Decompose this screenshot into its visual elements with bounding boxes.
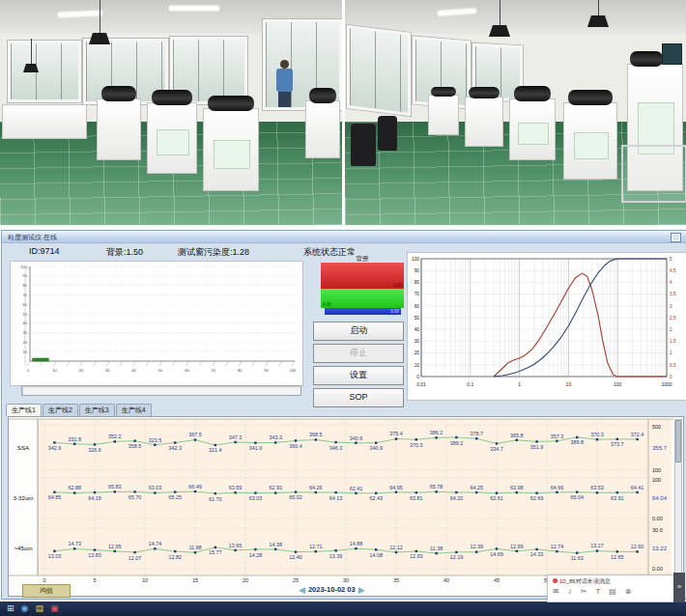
- folder-icon[interactable]: ▤: [609, 586, 616, 598]
- svg-text:40: 40: [443, 577, 449, 583]
- svg-text:12.65: 12.65: [611, 554, 624, 560]
- svg-text:80: 80: [414, 280, 420, 285]
- svg-text:340.9: 340.9: [369, 445, 383, 451]
- svg-text:386.2: 386.2: [430, 430, 443, 435]
- window-titlebar[interactable]: 粒度测试仪 在线 ▢: [2, 231, 686, 243]
- lamp-wire: [500, 0, 500, 25]
- svg-text:360.4: 360.4: [289, 443, 302, 449]
- svg-text:3: 3: [670, 304, 672, 309]
- production-tabs: 生产线1生产线2生产线3生产线4: [6, 404, 152, 416]
- machine-label: [518, 123, 548, 145]
- start-button[interactable]: 启动: [313, 322, 404, 341]
- stop-button: 停止: [313, 344, 404, 363]
- folder-app-icon[interactable]: ▤: [35, 602, 43, 616]
- roller-drum: [469, 87, 500, 98]
- svg-text:12.82: 12.82: [168, 554, 182, 560]
- svg-text:63.03: 63.03: [249, 495, 263, 501]
- mic-icon[interactable]: ♪: [568, 586, 572, 598]
- svg-text:64.66: 64.66: [551, 485, 564, 490]
- svg-text:50: 50: [414, 316, 420, 321]
- start-icon[interactable]: ⊞: [7, 602, 14, 616]
- svg-text:368.5: 368.5: [309, 432, 323, 437]
- svg-text:70: 70: [212, 368, 216, 373]
- measure-progress-bar: [21, 385, 301, 396]
- svg-text:12.99: 12.99: [510, 544, 524, 549]
- svg-text:64.19: 64.19: [88, 495, 101, 501]
- svg-text:331.8: 331.8: [68, 436, 81, 442]
- svg-text:64.95: 64.95: [389, 485, 403, 490]
- svg-text:65.04: 65.04: [570, 494, 584, 500]
- status-pollution: 测试窗污染度:1.28: [178, 246, 249, 259]
- svg-text:3.5: 3.5: [670, 292, 676, 296]
- blue-level-value: 0.00: [390, 309, 399, 314]
- message-icon[interactable]: ✉: [553, 586, 559, 598]
- tab-production-line-4[interactable]: 生产线4: [116, 404, 152, 416]
- next-date-arrow[interactable]: ▶: [358, 584, 365, 596]
- svg-text:63.81: 63.81: [410, 495, 423, 501]
- analyzer-machine: [305, 100, 340, 158]
- svg-text:64.41: 64.41: [631, 485, 644, 490]
- screenshot-icon[interactable]: ✂: [581, 586, 587, 598]
- svg-text:45: 45: [494, 577, 500, 583]
- svg-text:326.6: 326.6: [88, 447, 101, 453]
- roller-drum: [101, 86, 137, 101]
- svg-text:65.83: 65.83: [108, 484, 122, 490]
- svg-text:13.22: 13.22: [652, 546, 668, 551]
- browser-icon[interactable]: ◉: [21, 602, 29, 616]
- analyzer-machine: [465, 97, 503, 147]
- svg-text:11.38: 11.38: [430, 546, 443, 551]
- date-label: 2023-10-02 03: [308, 585, 356, 594]
- svg-text:334.7: 334.7: [490, 446, 503, 452]
- lamp-wire: [598, 0, 599, 15]
- svg-text:14.69: 14.69: [490, 551, 503, 557]
- roller-drum: [309, 88, 337, 103]
- svg-text:13.39: 13.39: [329, 553, 343, 559]
- red-level-bar: 0.00: [321, 263, 404, 289]
- svg-text:>45um: >45um: [14, 545, 32, 551]
- trend-panel: 051015202530354045505560SSA500100355.734…: [8, 416, 684, 597]
- taskbar[interactable]: ⊞◉▤▣: [0, 602, 686, 616]
- svg-text:14.74: 14.74: [149, 541, 162, 546]
- prev-date-arrow[interactable]: ◀: [299, 584, 305, 596]
- factory-photo-right: [345, 0, 686, 225]
- tab-production-line-1[interactable]: 生产线1: [6, 404, 42, 416]
- worker-head: [280, 60, 289, 69]
- svg-text:20: 20: [243, 577, 248, 583]
- scrollbar-thumb[interactable]: [675, 420, 681, 462]
- svg-text:347.3: 347.3: [229, 434, 243, 440]
- text-tool-icon[interactable]: T: [595, 586, 600, 598]
- svg-text:11.63: 11.63: [571, 555, 584, 561]
- realtime-chart: 1020304050607080901000102030405060708090…: [11, 262, 300, 383]
- tab-production-line-2[interactable]: 生产线2: [43, 404, 78, 416]
- svg-text:14.88: 14.88: [350, 541, 363, 546]
- notification-message: 10_86对话未读消息: [553, 577, 611, 586]
- trend-scrollbar[interactable]: [674, 419, 682, 583]
- sop-button[interactable]: SOP: [313, 388, 404, 407]
- svg-text:321.4: 321.4: [209, 447, 222, 453]
- svg-text:63.59: 63.59: [229, 485, 243, 490]
- svg-text:389.8: 389.8: [570, 439, 584, 445]
- settings-button[interactable]: 设置: [313, 366, 404, 385]
- svg-text:63.53: 63.53: [590, 485, 604, 490]
- svg-text:0.00: 0.00: [652, 566, 663, 572]
- svg-text:1: 1: [518, 381, 521, 387]
- svg-text:355.7: 355.7: [652, 445, 668, 451]
- svg-text:90: 90: [264, 368, 269, 373]
- svg-text:12.74: 12.74: [551, 544, 564, 549]
- svg-text:323.5: 323.5: [149, 437, 162, 443]
- close-icon[interactable]: ⊗: [625, 586, 632, 598]
- svg-text:12.12: 12.12: [389, 545, 403, 550]
- mean-value-button[interactable]: 均值: [22, 584, 71, 598]
- svg-text:0.00: 0.00: [652, 516, 663, 521]
- tab-production-line-3[interactable]: 生产线3: [79, 404, 115, 416]
- chat-app-icon[interactable]: ▣: [50, 602, 59, 616]
- trend-chart: 051015202530354045505560SSA500100355.734…: [9, 417, 673, 583]
- svg-text:351.9: 351.9: [530, 444, 544, 450]
- notification-popup[interactable]: 10_86对话未读消息 ✉♪✂T▤⊗: [547, 574, 674, 602]
- svg-text:14.38: 14.38: [269, 542, 282, 547]
- ceiling-light: [169, 6, 219, 11]
- window-restore-button[interactable]: ▢: [671, 233, 681, 242]
- svg-text:389.2: 389.2: [450, 440, 464, 446]
- popup-expand-tab[interactable]: »: [673, 573, 685, 602]
- svg-text:64.85: 64.85: [48, 494, 62, 500]
